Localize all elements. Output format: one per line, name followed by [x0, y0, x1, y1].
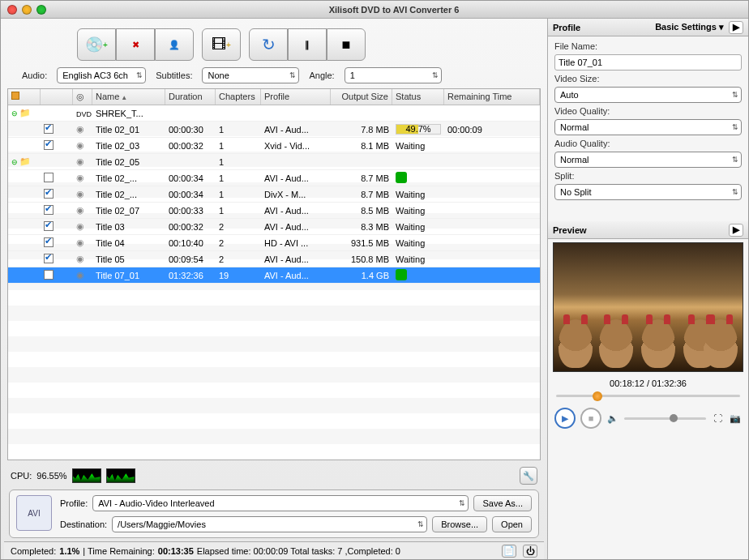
video-size-label: Video Size: — [554, 74, 742, 83]
stop-button[interactable]: ■ — [327, 28, 366, 61]
profile-label: Profile: — [60, 498, 88, 508]
window-title: Xilisoft DVD to AVI Converter 6 — [46, 5, 742, 15]
task-table: ◎ Name▲ Duration Chapters Profile Output… — [7, 88, 541, 460]
seek-slider[interactable] — [556, 391, 740, 400]
table-row[interactable]: ⊖📁◉Title 02_051 — [8, 154, 540, 170]
output-box: AVI Profile: AVI - Audio-Video Interleav… — [9, 489, 539, 538]
preview-expand-button[interactable]: ▶ — [729, 224, 743, 237]
browse-button[interactable]: Browse... — [432, 516, 487, 532]
col-check[interactable] — [41, 89, 73, 105]
done-badge — [396, 172, 407, 183]
status-text-3: Elapsed time: 00:00:09 Total tasks: 7 ,C… — [197, 546, 400, 556]
audio-select[interactable]: English AC3 6ch — [57, 67, 146, 83]
audio-quality-select[interactable]: Normal — [554, 152, 742, 168]
pause-button[interactable]: ∥ — [288, 28, 327, 61]
subtitles-label: Subtitles: — [156, 71, 192, 80]
preview-time: 00:18:12 / 01:32:36 — [548, 375, 748, 391]
status-text-1: Completed: — [11, 546, 56, 556]
volume-slider[interactable] — [624, 417, 706, 420]
save-as-button[interactable]: Save As... — [473, 495, 532, 511]
video-quality-label: Video Quality: — [554, 106, 742, 116]
convert-button[interactable]: ↻ — [249, 28, 288, 61]
content: 💿+ ✖ 👤 🎞+ ↻ ∥ ■ Audio: English AC3 6ch S… — [1, 19, 748, 559]
zoom-icon[interactable] — [36, 5, 46, 15]
audio-label: Audio: — [22, 71, 47, 80]
col-output-size[interactable]: Output Size — [331, 89, 392, 105]
destination-label: Destination: — [60, 519, 107, 529]
playback-controls: ▶ ■ 🔈 ⛶ 📷 — [548, 404, 748, 435]
profile-panel-header: Profile Basic Settings ▾ ▶ — [548, 19, 748, 36]
angle-select[interactable]: 1 — [345, 67, 442, 83]
row-checkbox[interactable] — [44, 270, 54, 280]
cpu-label: CPU: — [11, 471, 32, 481]
row-checkbox[interactable] — [44, 124, 54, 134]
row-checkbox[interactable] — [44, 173, 54, 182]
file-name-input[interactable] — [554, 54, 742, 71]
remove-button[interactable]: ✖ — [116, 28, 155, 61]
destination-select[interactable]: /Users/Maggie/Movies — [112, 516, 427, 532]
cpu-graph-1 — [72, 468, 101, 483]
snapshot-icon[interactable]: 📷 — [729, 413, 742, 424]
settings-button[interactable]: 🔧 — [520, 467, 537, 485]
col-expand[interactable] — [8, 89, 41, 105]
col-chapters[interactable]: Chapters — [216, 89, 261, 105]
toolbar: 💿+ ✖ 👤 🎞+ ↻ ∥ ■ — [4, 24, 544, 67]
row-checkbox[interactable] — [44, 189, 54, 199]
col-name[interactable]: Name▲ — [92, 89, 165, 105]
seek-thumb[interactable] — [593, 391, 602, 401]
status-tr: 00:13:35 — [158, 546, 194, 556]
col-disc[interactable]: ◎ — [73, 89, 92, 105]
stop-preview-button[interactable]: ■ — [580, 408, 601, 429]
subtitles-select[interactable]: None — [202, 67, 299, 83]
audio-quality-label: Audio Quality: — [554, 139, 742, 148]
clip-button[interactable]: 🎞+ — [202, 28, 241, 61]
profile-panel-body: File Name: Video Size: Auto Video Qualit… — [548, 36, 748, 205]
info-button[interactable]: 👤 — [155, 28, 194, 61]
table-row[interactable]: ◉Title 02_0300:00:321Xvid - Vid...8.1 MB… — [8, 138, 540, 154]
table-row[interactable]: ◉Title 0400:10:402HD - AVI ...931.5 MBWa… — [8, 235, 540, 251]
table-row[interactable]: ◉Title 02_0100:00:301AVI - Aud...7.8 MB4… — [8, 122, 540, 138]
table-row[interactable]: ◉Title 02_0700:00:331AVI - Aud...8.5 MBW… — [8, 203, 540, 219]
col-profile[interactable]: Profile — [261, 89, 331, 105]
table-row[interactable]: ◉Title 0300:00:322AVI - Aud...8.3 MBWait… — [8, 219, 540, 235]
table-row[interactable]: ◉Title 0500:09:542AVI - Aud...150.8 MBWa… — [8, 251, 540, 267]
file-name-label: File Name: — [554, 41, 742, 51]
close-icon[interactable] — [7, 5, 17, 15]
profile-expand-button[interactable]: ▶ — [729, 21, 743, 34]
table-row[interactable]: ◉Title 02_...00:00:341DivX - M...8.7 MBW… — [8, 186, 540, 203]
row-checkbox[interactable] — [44, 237, 54, 247]
video-quality-select[interactable]: Normal — [554, 119, 742, 135]
table-header: ◎ Name▲ Duration Chapters Profile Output… — [8, 89, 540, 105]
row-checkbox[interactable] — [44, 205, 54, 215]
table-body[interactable]: ⊖📁DVDSHREK_T...◉Title 02_0100:00:301AVI … — [8, 105, 540, 460]
profile-mode-select[interactable]: Basic Settings ▾ — [655, 22, 724, 32]
profile-select[interactable]: AVI - Audio-Video Interleaved — [92, 495, 469, 511]
row-checkbox[interactable] — [44, 140, 54, 150]
volume-icon[interactable]: 🔈 — [606, 413, 619, 424]
col-remaining[interactable]: Remaining Time — [444, 89, 540, 105]
table-row[interactable]: ◉Title 02_...00:00:341AVI - Aud...8.7 MB — [8, 170, 540, 186]
cpu-bar: CPU: 96.55% 🔧 — [4, 464, 544, 488]
app-window: Xilisoft DVD to AVI Converter 6 💿+ ✖ 👤 🎞… — [0, 0, 749, 560]
post-task-button[interactable]: ⏻ — [523, 545, 537, 558]
add-disc-button[interactable]: 💿+ — [77, 28, 116, 61]
preview-video[interactable] — [553, 242, 743, 372]
col-duration[interactable]: Duration — [165, 89, 216, 105]
open-button[interactable]: Open — [492, 516, 532, 532]
table-row[interactable]: ◉Title 07_0101:32:3619AVI - Aud...1.4 GB — [8, 267, 540, 284]
status-bar: Completed: 1.1% | Time Remaining: 00:13:… — [4, 541, 544, 559]
row-checkbox[interactable] — [44, 221, 54, 231]
video-size-select[interactable]: Auto — [554, 87, 742, 103]
cpu-graph-2 — [106, 468, 135, 483]
log-button[interactable]: 📄 — [502, 545, 516, 558]
split-select[interactable]: No Split — [554, 184, 742, 200]
minimize-icon[interactable] — [22, 5, 32, 15]
col-status[interactable]: Status — [392, 89, 444, 105]
table-row[interactable]: ⊖📁DVDSHREK_T... — [8, 105, 540, 122]
angle-label: Angle: — [309, 71, 334, 80]
preview-panel-title: Preview — [553, 225, 729, 235]
play-button[interactable]: ▶ — [554, 408, 576, 429]
fullscreen-icon[interactable]: ⛶ — [711, 413, 724, 424]
done-badge — [396, 269, 407, 280]
row-checkbox[interactable] — [44, 254, 54, 263]
